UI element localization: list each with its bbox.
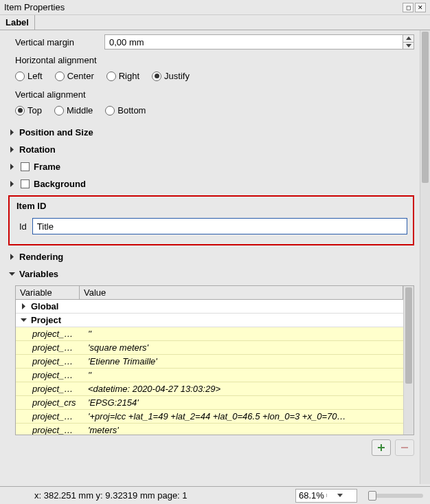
table-row[interactable]: project_…'square meters' bbox=[16, 341, 403, 355]
spin-up-icon[interactable] bbox=[403, 35, 414, 43]
chevron-down-icon bbox=[8, 271, 15, 278]
table-row[interactable]: project_…'' bbox=[16, 327, 403, 341]
vertical-alignment-label: Vertical alignment bbox=[15, 89, 414, 100]
variables-header-row: Variable Value bbox=[16, 286, 403, 300]
radio-left[interactable]: Left bbox=[15, 71, 43, 81]
spinbox-buttons bbox=[403, 35, 414, 49]
section-rendering[interactable]: Rendering bbox=[8, 248, 414, 265]
section-item-id[interactable]: Item ID bbox=[12, 201, 407, 211]
radio-bottom[interactable]: Bottom bbox=[105, 105, 146, 116]
vertical-margin-label: Vertical margin bbox=[15, 37, 104, 47]
variable-value: '' bbox=[84, 370, 403, 380]
variable-name: project_… bbox=[32, 329, 84, 339]
detach-icon[interactable]: ◻ bbox=[403, 3, 414, 12]
status-bar: x: 382.251 mm y: 9.32319 mm page: 1 68.1… bbox=[0, 486, 430, 504]
radio-icon bbox=[54, 106, 64, 116]
variable-name: project_… bbox=[32, 356, 84, 366]
main-area: Vertical margin Horizontal alignment Lef… bbox=[0, 30, 430, 484]
table-row[interactable]: project_…'' bbox=[16, 369, 403, 382]
frame-checkbox[interactable] bbox=[21, 162, 30, 171]
variable-value: '+proj=lcc +lat_1=49 +lat_2=44 +lat_0=46… bbox=[84, 411, 403, 421]
variable-value: <datetime: 2020-04-27 13:03:29> bbox=[84, 384, 403, 394]
chevron-down-icon bbox=[20, 317, 27, 324]
variables-group-project[interactable]: Project bbox=[16, 314, 403, 327]
table-row[interactable]: project_…'+proj=lcc +lat_1=49 +lat_2=44 … bbox=[16, 410, 403, 424]
radio-icon bbox=[152, 72, 161, 81]
tab-label[interactable]: Label bbox=[0, 15, 35, 30]
spin-down-icon[interactable] bbox=[403, 43, 414, 50]
horizontal-alignment-label: Horizontal alignment bbox=[15, 55, 414, 65]
background-checkbox[interactable] bbox=[21, 179, 30, 188]
item-id-label: Id bbox=[19, 221, 27, 232]
radio-right[interactable]: Right bbox=[106, 71, 139, 81]
section-frame[interactable]: Frame bbox=[8, 158, 414, 175]
item-id-row: Id bbox=[12, 218, 407, 234]
radio-top[interactable]: Top bbox=[15, 105, 42, 116]
variables-buttons bbox=[15, 439, 414, 456]
chevron-right-icon bbox=[8, 254, 15, 261]
variable-value: 'square meters' bbox=[84, 342, 403, 353]
radio-middle[interactable]: Middle bbox=[54, 105, 93, 116]
table-row[interactable]: project_…'Etienne Trimaille' bbox=[16, 355, 403, 369]
section-rotation[interactable]: Rotation bbox=[8, 141, 414, 158]
variable-value: '' bbox=[84, 329, 403, 339]
variables-content: Variable Value Global Project project_…'… bbox=[8, 285, 414, 456]
zoom-value: 68.1% bbox=[299, 490, 326, 501]
titlebar-controls: ◻ ✕ bbox=[403, 3, 426, 12]
title-bar: Item Properties ◻ ✕ bbox=[0, 0, 430, 15]
variable-value: 'Etienne Trimaille' bbox=[84, 356, 403, 366]
variable-name: project_… bbox=[32, 425, 84, 435]
radio-icon bbox=[106, 72, 116, 81]
zoom-combo[interactable]: 68.1% bbox=[295, 489, 357, 503]
table-row[interactable]: project_…<datetime: 2020-04-27 13:03:29> bbox=[16, 382, 403, 396]
tab-bar: Label bbox=[0, 15, 430, 30]
variable-name: project_… bbox=[32, 384, 84, 394]
variables-table: Variable Value Global Project project_…'… bbox=[16, 286, 403, 435]
radio-icon bbox=[15, 72, 25, 81]
vertical-margin-input[interactable] bbox=[105, 35, 403, 49]
remove-variable-button[interactable] bbox=[395, 439, 414, 456]
scrollbar-thumb[interactable] bbox=[422, 32, 429, 183]
section-variables[interactable]: Variables bbox=[8, 265, 414, 283]
table-row[interactable]: project_…'meters' bbox=[16, 424, 403, 435]
radio-center[interactable]: Center bbox=[55, 71, 94, 81]
main-scrollbar[interactable] bbox=[420, 30, 430, 484]
svg-rect-2 bbox=[401, 447, 408, 448]
window-title: Item Properties bbox=[4, 2, 65, 12]
radio-icon bbox=[105, 106, 115, 116]
section-background[interactable]: Background bbox=[8, 175, 414, 193]
slider-handle[interactable] bbox=[368, 491, 376, 501]
section-position-size[interactable]: Position and Size bbox=[8, 124, 414, 141]
chevron-right-icon bbox=[8, 181, 15, 188]
vertical-margin-spinbox[interactable] bbox=[104, 34, 414, 50]
variables-header-value[interactable]: Value bbox=[80, 286, 403, 299]
scrollbar-thumb[interactable] bbox=[405, 287, 412, 384]
chevron-right-icon bbox=[8, 164, 15, 171]
variable-name: project_… bbox=[32, 411, 84, 421]
chevron-right-icon bbox=[8, 146, 15, 153]
variables-header-variable[interactable]: Variable bbox=[16, 286, 80, 299]
radio-icon bbox=[55, 72, 65, 81]
variables-scrollbar[interactable] bbox=[403, 286, 414, 435]
variable-name: project_… bbox=[32, 342, 84, 353]
radio-icon bbox=[15, 106, 25, 116]
item-id-section: Item ID Id bbox=[8, 195, 414, 245]
chevron-right-icon bbox=[8, 129, 15, 136]
table-row[interactable]: project_crs'EPSG:2154' bbox=[16, 396, 403, 410]
vertical-alignment-radios: Top Middle Bottom bbox=[15, 105, 414, 116]
variables-table-wrap: Variable Value Global Project project_…'… bbox=[15, 285, 414, 435]
variable-value: 'meters' bbox=[84, 425, 403, 435]
chevron-right-icon bbox=[20, 303, 27, 310]
status-coordinates: x: 382.251 mm y: 9.32319 mm page: 1 bbox=[7, 490, 284, 501]
zoom-slider[interactable] bbox=[368, 494, 423, 498]
radio-justify[interactable]: Justify bbox=[152, 71, 190, 81]
variable-value: 'EPSG:2154' bbox=[84, 397, 403, 408]
add-variable-button[interactable] bbox=[372, 439, 391, 456]
main-content: Vertical margin Horizontal alignment Lef… bbox=[0, 30, 420, 484]
variable-name: project_… bbox=[32, 370, 84, 380]
variables-group-global[interactable]: Global bbox=[16, 300, 403, 314]
vertical-margin-row: Vertical margin bbox=[8, 34, 414, 50]
close-icon[interactable]: ✕ bbox=[415, 3, 426, 12]
variable-name: project_crs bbox=[32, 397, 84, 408]
item-id-input[interactable] bbox=[32, 218, 407, 234]
